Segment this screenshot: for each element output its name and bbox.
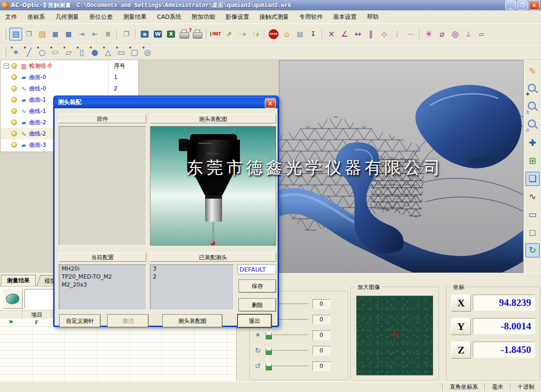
new-report-icon[interactable]: ❐ [23, 28, 35, 40]
parts-list[interactable] [59, 126, 146, 246]
menu-item-帮助[interactable]: 帮助 [362, 11, 384, 23]
export-program-icon[interactable]: ⇤ [88, 28, 101, 40]
step-x-icon[interactable]: ⋯x [236, 28, 248, 40]
zoom-scale-icon[interactable]: ± [525, 100, 540, 114]
construct-runout-icon[interactable]: ⌀ [436, 28, 448, 40]
refresh-view-icon[interactable]: ↻ [525, 243, 540, 257]
construct-perpendicular-icon[interactable]: ⊥ [462, 28, 475, 40]
measure-circle-icon[interactable]: ○ [36, 46, 48, 58]
menu-item-几何测量[interactable]: 几何测量 [50, 11, 84, 23]
font-setting-icon[interactable]: a [138, 28, 151, 40]
construct-concentric-icon[interactable]: ◎ [449, 28, 461, 40]
menu-item-CAD系统[interactable]: CAD系统 [152, 11, 187, 23]
measure-cone-icon[interactable]: △ [102, 46, 114, 58]
restore-icon[interactable]: ❐ [517, 0, 528, 10]
tab-measure-results[interactable]: 测量结果 [1, 275, 36, 286]
print-preview-icon[interactable] [178, 28, 191, 40]
slider-thumb[interactable] [266, 346, 272, 355]
measure-ellipse-icon[interactable]: ○ [49, 46, 62, 58]
zoom-pan-icon[interactable]: ✚ [525, 82, 540, 96]
open-book-icon[interactable]: ▤ [9, 28, 22, 40]
custom-stylus-button[interactable]: 自定义测针 [59, 314, 101, 328]
tree-expander-icon[interactable]: − [4, 64, 9, 69]
assembly-diagram-button[interactable]: 测头装配图 [162, 314, 223, 328]
goto-home-icon[interactable]: ⇗ [223, 28, 235, 40]
measure-line-icon[interactable]: ╱ [23, 46, 35, 58]
config-name-input[interactable] [238, 264, 276, 274]
step-y-icon[interactable]: ⋮y [249, 28, 262, 40]
delete-button[interactable]: 删除 [239, 298, 276, 312]
copy-report-icon[interactable]: ❒ [120, 28, 133, 40]
init-machine-icon[interactable]: INIT [209, 28, 222, 40]
assembled-list-item[interactable]: 2 [151, 273, 233, 281]
word-export-icon[interactable]: W [151, 28, 164, 40]
measure-line-point-icon[interactable]: ⋮ [391, 28, 404, 40]
pan-view-icon[interactable]: ✚ [525, 136, 540, 150]
view-cube-icon[interactable]: ◻ [525, 225, 540, 240]
current-config-list[interactable]: MH20iTP20_MED-TO_M2M2_20x3 [59, 264, 146, 310]
config-list-item[interactable]: M2_20x3 [59, 281, 146, 289]
zoom-window-icon[interactable]: ▫ [525, 118, 540, 132]
menu-item-附加功能[interactable]: 附加功能 [186, 11, 220, 23]
config-list-item[interactable]: TP20_MED-TO_M2 [59, 273, 146, 281]
construct-point-icon[interactable]: ✳ [422, 28, 435, 40]
assembled-list-item[interactable]: 3 [151, 265, 233, 273]
menu-item-测量结果[interactable]: 测量结果 [118, 11, 152, 23]
select-window-icon[interactable]: ❏ [525, 172, 540, 186]
results-table-grid[interactable] [0, 319, 237, 381]
measure-axis-icon[interactable]: ⋯ [404, 28, 417, 40]
measure-cylinder-icon[interactable]: ▯ [75, 46, 88, 58]
brush-icon[interactable]: ✎ [525, 64, 540, 79]
construct-plane-point-icon[interactable]: ▱ [475, 28, 488, 40]
menu-item-文件[interactable]: 文件 [0, 11, 22, 23]
close-icon[interactable]: × [529, 0, 540, 10]
assembled-probe-list[interactable]: 32 [150, 264, 234, 310]
measure-parallel-icon[interactable]: ∥ [365, 28, 377, 40]
slider-thumb[interactable] [266, 330, 272, 339]
open-file-icon[interactable]: ▨ [36, 28, 48, 40]
edit-curve-icon[interactable]: ∿ [525, 190, 540, 204]
measure-rectangle-icon[interactable]: ▭ [115, 46, 127, 58]
measure-slot-icon[interactable]: ▢ [128, 46, 141, 58]
measure-torus-icon[interactable]: ◎ [141, 46, 154, 58]
measure-plane-point-icon[interactable]: ◇ [378, 28, 390, 40]
tree-item-曲面-0[interactable]: ▰ 曲面-0 1 [1, 72, 138, 83]
save-icon[interactable]: ▦ [49, 28, 62, 40]
measure-point-icon[interactable]: ✶ [9, 46, 22, 58]
menu-item-基本设置[interactable]: 基本设置 [328, 11, 362, 23]
tree-item-检测组-0[interactable]: − ▥ 检测组-0 序号 [1, 60, 138, 72]
result-row-item[interactable]: F [22, 320, 52, 326]
slider-track[interactable] [273, 335, 309, 335]
undo-button[interactable]: 撤消 [107, 314, 149, 328]
probe-down-icon[interactable]: ↧ [307, 28, 319, 40]
slider-thumb[interactable] [266, 361, 272, 370]
tree-item-曲线-0[interactable]: ∿ 曲线-0 2 [1, 83, 138, 94]
menu-item-坐标系[interactable]: 坐标系 [22, 11, 50, 23]
run-program-icon[interactable]: ≣ [102, 28, 114, 40]
minimize-icon[interactable]: _ [505, 0, 516, 10]
save-as-icon[interactable]: ▩ [62, 28, 75, 40]
measure-plane-icon[interactable]: ▱ [62, 46, 75, 58]
slider-track[interactable] [273, 350, 309, 351]
center-view-icon[interactable]: ⊞ [525, 154, 540, 168]
home-icon[interactable]: ⌂ [280, 28, 293, 40]
measure-sphere-icon[interactable]: ● [88, 46, 101, 58]
menu-item-影像设置[interactable]: 影像设置 [220, 11, 254, 23]
slider-track[interactable] [273, 366, 309, 366]
report-view-icon[interactable]: ▤ [294, 28, 306, 40]
measure-skew-icon[interactable]: × [325, 28, 338, 40]
surface-tool-button[interactable] [3, 289, 23, 309]
import-program-icon[interactable]: ⇥ [75, 28, 88, 40]
menu-item-形位公差[interactable]: 形位公差 [84, 11, 118, 23]
cad-viewport[interactable] [279, 60, 524, 273]
save-button[interactable]: 保存 [239, 280, 276, 293]
view-plane-icon[interactable]: ▭ [525, 208, 540, 222]
measure-distance-icon[interactable]: ↔ [351, 28, 364, 40]
stop-icon[interactable]: STOP [267, 28, 280, 40]
measure-angle-icon[interactable]: ∠ [338, 28, 351, 40]
excel-export-icon[interactable]: X [165, 28, 177, 40]
dialog-title-bar[interactable]: 测头装配 [54, 96, 278, 108]
menu-item-专用软件[interactable]: 专用软件 [294, 11, 328, 23]
exit-button[interactable]: 退出 [238, 314, 271, 328]
config-list-item[interactable]: MH20i [59, 265, 146, 273]
